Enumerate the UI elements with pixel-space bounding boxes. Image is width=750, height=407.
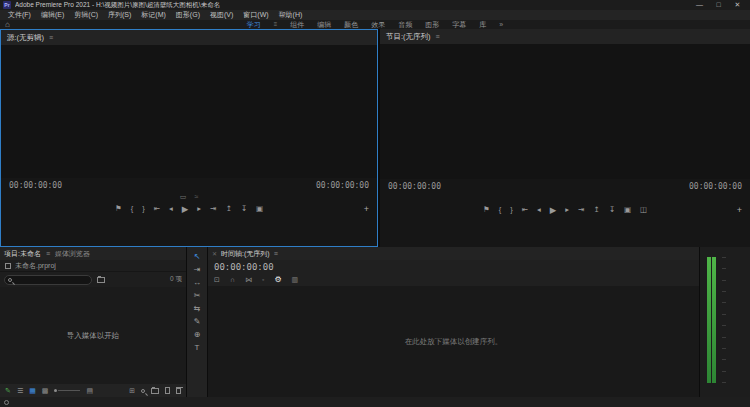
menu-view[interactable]: 视图(V) [205,10,238,20]
go-to-out-button[interactable]: ⇥ [578,203,584,217]
source-monitor-panel: 源:(无剪辑) ≡ 00:00:00:00 00:00:00:00 ▭ ≈ ⚑ … [0,29,378,247]
project-writable-icon[interactable]: ✎ [5,384,11,397]
list-view-button[interactable]: ☰ [17,384,23,397]
menu-clip[interactable]: 剪辑(C) [69,10,103,20]
play-button[interactable]: ▶ [182,202,189,216]
new-bin-button[interactable] [151,388,159,394]
menu-markers[interactable]: 标记(M) [136,10,171,20]
go-to-in-button[interactable]: ⇤ [154,202,160,216]
step-back-button[interactable]: ◂ [169,202,173,216]
lift-button[interactable]: ↥ [593,203,599,217]
timeline-display-settings-icon[interactable]: ⚙ [274,274,281,286]
compare-view-button[interactable]: ◫ [640,203,647,217]
hand-tool[interactable]: ⊕ [194,330,201,339]
close-button[interactable]: ✕ [728,0,747,10]
mark-in-button[interactable]: { [499,203,502,217]
mark-in-button[interactable]: { [131,202,134,216]
mark-out-button[interactable]: } [510,203,513,217]
overwrite-button[interactable]: ↧ [241,202,247,216]
play-button[interactable]: ▶ [550,203,557,217]
close-icon[interactable]: ✕ [212,250,217,257]
icon-view-button[interactable]: ▦ [29,384,36,397]
export-frame-button[interactable]: ▣ [624,203,631,217]
workspace-tab-assembly[interactable]: 组件 [290,20,304,29]
source-monitor-tab[interactable]: 源:(无剪辑) [7,33,44,43]
drag-video-icon[interactable]: ▭ [180,192,187,202]
track-select-forward-tool[interactable]: ⇥ [194,265,201,274]
timeline-timecode[interactable]: 00:00:00:00 [214,262,274,272]
type-tool[interactable]: T [195,343,200,352]
add-marker-button[interactable]: ⚑ [483,203,490,217]
zoom-slider[interactable] [54,389,80,392]
title-bar: Pr Adobe Premiere Pro 2021 - H:\视频图片\原图\… [0,0,750,10]
project-tab[interactable]: 项目:未命名 [4,249,41,259]
panel-menu-icon[interactable]: ≡ [436,33,440,40]
workspace-tab-captions[interactable]: 字幕 [452,20,466,29]
slip-tool[interactable]: ⇆ [194,304,201,313]
freeform-view-button[interactable]: ▩ [42,384,49,397]
step-back-button[interactable]: ◂ [537,203,541,217]
nest-toggle-icon[interactable]: ⊡ [214,274,220,286]
workspace-tab-graphics[interactable]: 图形 [425,20,439,29]
workspace-tab-libraries[interactable]: 库 [479,20,486,29]
captions-icon[interactable]: ▥ [292,274,299,286]
search-box[interactable] [4,275,92,285]
add-marker-button[interactable]: ⚑ [115,202,122,216]
workspace-tab-menu-icon[interactable]: ≡ [274,20,278,29]
menu-sequence[interactable]: 序列(S) [103,10,136,20]
button-editor-button[interactable]: + [364,202,369,216]
maximize-button[interactable]: □ [709,0,728,10]
menu-help[interactable]: 帮助(H) [274,10,308,20]
snap-toggle-icon[interactable]: ∩ [230,274,235,286]
go-to-out-button[interactable]: ⇥ [210,202,216,216]
workspace-overflow-icon[interactable]: » [499,20,503,29]
timeline-toolbar: ⊡ ∩ ⋈ ◦ ⚙ ▥ [208,274,699,286]
program-timecode-current[interactable]: 00:00:00:00 [388,182,441,191]
workspace-tab-color[interactable]: 颜色 [344,20,358,29]
new-item-button[interactable] [165,387,170,394]
drag-audio-icon[interactable]: ≈ [194,192,198,202]
pen-tool[interactable]: ✎ [194,317,201,326]
home-icon[interactable]: ⌂ [5,20,10,29]
linked-selection-icon[interactable]: ⋈ [245,274,252,286]
panel-menu-icon[interactable]: ≡ [46,250,50,257]
ripple-edit-tool[interactable]: ↔ [193,278,201,287]
media-browser-tab[interactable]: 媒体浏览器 [55,249,90,259]
export-frame-button[interactable]: ▣ [256,202,263,216]
razor-tool[interactable]: ✂ [194,291,201,300]
step-forward-button[interactable]: ▸ [197,202,201,216]
project-file-name[interactable]: 未命名.prproj [15,261,56,271]
step-forward-button[interactable]: ▸ [565,203,569,217]
search-input[interactable] [12,276,88,283]
audio-meters-panel[interactable] [700,247,750,397]
filter-bin-icon[interactable] [97,277,105,283]
program-monitor-viewer [380,44,750,179]
selection-tool[interactable]: ↖ [194,252,201,261]
workspace-tab-audio[interactable]: 音频 [398,20,412,29]
panel-menu-icon[interactable]: ≡ [49,34,53,41]
workspace-tab-effects[interactable]: 效果 [371,20,385,29]
insert-button[interactable]: ↥ [225,202,231,216]
go-to-in-button[interactable]: ⇤ [522,203,528,217]
program-monitor-tab[interactable]: 节目:(无序列) [386,32,431,42]
project-drop-zone[interactable]: 导入媒体以开始 [0,287,186,384]
workspace-tab-learning[interactable]: 学习 [247,20,261,29]
menu-file[interactable]: 文件(F) [3,10,36,20]
panel-menu-icon[interactable]: ≡ [274,250,278,257]
sort-icons-button[interactable]: ▤ [86,384,93,397]
clear-button[interactable] [176,388,181,394]
source-timecode-current[interactable]: 00:00:00:00 [9,181,62,190]
timeline-tab[interactable]: 时间轴:(无序列) [221,249,270,259]
menu-window[interactable]: 窗口(W) [238,10,273,20]
automate-to-sequence-button[interactable]: ⊞ [129,384,135,397]
menu-graphics[interactable]: 图形(G) [171,10,205,20]
menu-edit[interactable]: 编辑(E) [36,10,69,20]
workspace-tab-editing[interactable]: 编辑 [317,20,331,29]
add-marker-icon[interactable]: ◦ [262,274,264,286]
timeline-drop-zone[interactable]: 在此处放下媒体以创建序列。 [208,286,699,397]
mark-out-button[interactable]: } [142,202,145,216]
minimize-button[interactable]: — [690,0,709,10]
button-editor-button[interactable]: + [737,203,742,217]
find-button[interactable] [141,389,145,393]
extract-button[interactable]: ↧ [609,203,615,217]
